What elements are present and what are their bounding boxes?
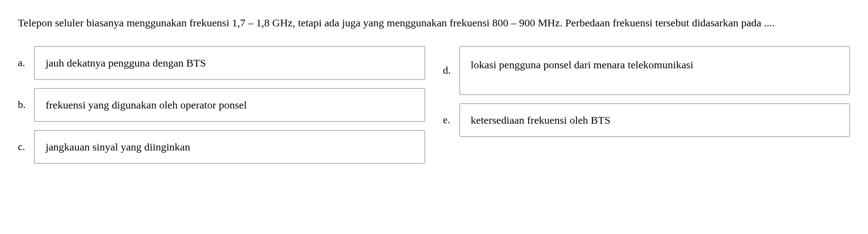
option-d-label: d. [443,61,459,79]
option-a-text: jauh dekatnya pengguna dengan BTS [46,55,206,71]
option-c[interactable]: c. jangkauan sinyal yang diinginkan [18,130,425,164]
option-d-box: lokasi pengguna ponsel dari menara telek… [459,46,851,95]
question-text: Telepon seluler biasanya menggunakan fre… [18,13,850,33]
option-b-box: frekuensi yang digunakan oleh operator p… [34,88,425,122]
options-column-right: d. lokasi pengguna ponsel dari menara te… [443,46,851,172]
option-e-text: ketersediaan frekuensi oleh BTS [471,112,611,128]
option-e[interactable]: e. ketersediaan frekuensi oleh BTS [443,103,851,137]
options-column-left: a. jauh dekatnya pengguna dengan BTS b. … [18,46,425,172]
option-c-text: jangkauan sinyal yang diinginkan [46,139,190,155]
option-a-label: a. [18,54,34,72]
option-e-label: e. [443,111,459,129]
options-container: a. jauh dekatnya pengguna dengan BTS b. … [18,46,850,172]
option-b[interactable]: b. frekuensi yang digunakan oleh operato… [18,88,425,122]
option-e-box: ketersediaan frekuensi oleh BTS [459,103,851,137]
option-a-box: jauh dekatnya pengguna dengan BTS [34,46,425,80]
question-content: Telepon seluler biasanya menggunakan fre… [18,17,775,29]
option-d[interactable]: d. lokasi pengguna ponsel dari menara te… [443,46,851,95]
option-b-label: b. [18,96,34,114]
option-d-text: lokasi pengguna ponsel dari menara telek… [471,57,694,73]
option-a[interactable]: a. jauh dekatnya pengguna dengan BTS [18,46,425,80]
option-c-label: c. [18,138,34,156]
option-c-box: jangkauan sinyal yang diinginkan [34,130,425,164]
option-b-text: frekuensi yang digunakan oleh operator p… [46,97,247,113]
